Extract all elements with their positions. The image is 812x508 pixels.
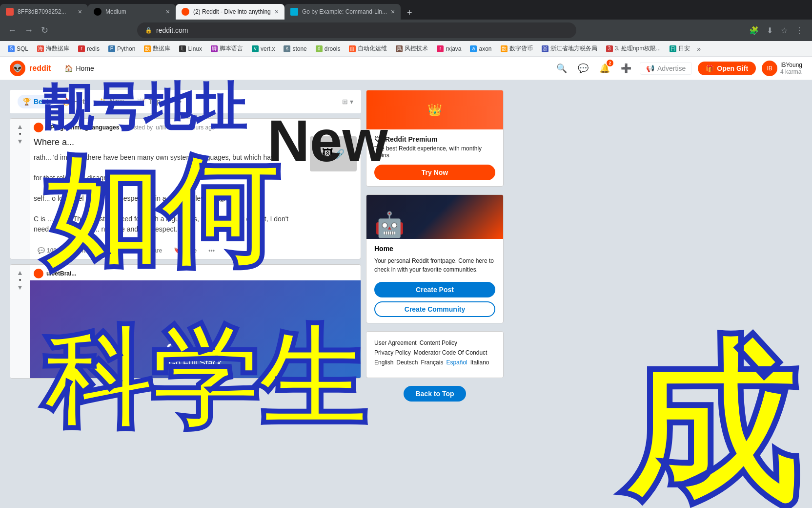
notification-button[interactable]: 🔔 2 — [597, 61, 612, 76]
bookmark-linux[interactable]: L Linux — [175, 44, 206, 53]
tab-close-3[interactable]: × — [275, 8, 279, 16]
sort-new[interactable]: ✨ New — [94, 95, 129, 108]
bookmark-jiaoben[interactable]: 脚 脚本语言 — [207, 43, 247, 54]
sort-hot[interactable]: 🔥 Hot — [57, 95, 89, 108]
view-toggle[interactable]: ⊞ ▾ — [342, 98, 353, 106]
more-button-1[interactable]: ••• — [204, 244, 219, 257]
bookmark-rian[interactable]: 日 日安 — [666, 43, 694, 54]
bookmark-icon-rian: 日 — [670, 45, 676, 52]
bookmark-icon-sql: S — [8, 45, 15, 52]
hot-icon: 🔥 — [62, 98, 70, 106]
sort-more[interactable]: ••• — [169, 95, 186, 108]
footer-link-content-policy[interactable]: Content Policy — [420, 339, 457, 346]
tab-favicon-3 — [182, 8, 189, 16]
bookmark-axon[interactable]: a axon — [466, 44, 495, 53]
tab-label-4: Go by Example: Command-Lin... — [302, 8, 387, 15]
footer-link-italiano[interactable]: Italiano — [470, 359, 489, 366]
bookmark-redis[interactable]: r redis — [74, 44, 103, 53]
bookmark-zhejiang[interactable]: 浙 浙江省地方税务局 — [538, 43, 601, 54]
award-button-1[interactable]: 🏅 Award — [96, 244, 131, 257]
downvote-button-1[interactable]: ▼ — [17, 137, 23, 145]
bookmark-icon-redis: r — [78, 45, 85, 52]
bookmark-sql[interactable]: S SQL — [4, 44, 32, 53]
create-community-button[interactable]: Create Community — [374, 301, 495, 317]
content-area: 🏆 Best 🔥 Hot ✨ New 📈 Top ••• — [0, 80, 812, 411]
chat-button[interactable]: 💬 — [575, 61, 591, 76]
tab-label-2: Medium — [105, 8, 162, 15]
share-button-1[interactable]: ↗ Share — [135, 244, 166, 257]
subreddit-name-1[interactable]: r/ProgrammingLanguages — [46, 124, 119, 131]
best-icon: 🏆 — [22, 98, 31, 106]
forward-button[interactable]: → — [22, 23, 35, 38]
download-icon[interactable]: ⬇ — [764, 24, 776, 37]
sort-top[interactable]: 📈 Top — [132, 95, 165, 108]
bookmark-npm[interactable]: 3 3. 处理npm权限... — [602, 43, 665, 54]
home-card: 🤖 Home Your personal Reddit frontpage. C… — [366, 194, 504, 323]
tab-1[interactable]: 8FF3dB7093252... × — [0, 4, 88, 20]
new-tab-button[interactable]: + — [403, 6, 416, 20]
footer-link-francais[interactable]: Français — [421, 359, 443, 366]
advertise-label: Advertise — [657, 64, 686, 72]
create-post-icon[interactable]: ➕ — [618, 61, 634, 76]
bookmark-vertx[interactable]: v vert.x — [248, 44, 279, 53]
footer-link-espanol[interactable]: Español — [446, 359, 467, 366]
footer-link-privacy-policy[interactable]: Privacy Policy — [374, 349, 411, 356]
try-now-button[interactable]: Try Now — [374, 165, 495, 180]
footer-card: User Agreement Content Policy Privacy Po… — [366, 331, 504, 378]
subreddit-icon-2 — [34, 269, 43, 278]
user-avatar[interactable]: IB IBYoung 4 karma — [762, 61, 802, 76]
tab-3[interactable]: (2) Reddit - Dive into anything × — [176, 4, 284, 20]
downvote-button-2[interactable]: ▼ — [17, 283, 23, 291]
footer-link-english[interactable]: English — [374, 359, 393, 366]
premium-title: 🛡 Reddit Premium — [374, 135, 495, 143]
home-nav[interactable]: 🏠 Home — [59, 63, 100, 74]
footer-link-user-agreement[interactable]: User Agreement — [374, 339, 417, 346]
tab-close-2[interactable]: × — [166, 8, 170, 16]
comments-button-1[interactable]: 💬 100 Comments — [34, 244, 92, 257]
bookmark-python[interactable]: P Python — [104, 44, 139, 53]
settings-icon[interactable]: ⋮ — [792, 24, 806, 37]
tab-4[interactable]: Go by Example: Command-Lin... × — [284, 4, 401, 20]
vote-count-1: • — [19, 130, 21, 137]
home-card-title: Home — [374, 245, 495, 253]
post-header-2: u/JetBrai... — [30, 265, 361, 280]
post-title-1[interactable]: Where a... — [34, 136, 304, 148]
back-button[interactable]: ← — [6, 23, 19, 38]
upvote-button-1[interactable]: ▲ — [17, 123, 23, 130]
advertise-button[interactable]: 📢 Advertise — [640, 62, 692, 75]
more-bookmarks[interactable]: » — [697, 45, 701, 53]
advertise-icon: 📢 — [646, 64, 654, 72]
post-author-1[interactable]: u/till-one — [156, 124, 178, 131]
address-input[interactable]: 🔒 reddit.com — [137, 22, 576, 38]
share-icon-1: ↗ — [139, 247, 144, 254]
footer-link-deutsch[interactable]: Deutsch — [396, 359, 418, 366]
notification-count: 2 — [607, 60, 613, 66]
tab-close-4[interactable]: × — [391, 8, 395, 16]
bookmark-stone[interactable]: s stone — [280, 44, 310, 53]
tab-close-1[interactable]: × — [78, 8, 82, 16]
bookmark-shujuku[interactable]: 数 数据库 — [140, 43, 174, 54]
bookmark-shuzi[interactable]: 数 数字货币 — [497, 43, 537, 54]
bookmark-fengkong[interactable]: 风 风控技术 — [392, 43, 432, 54]
open-gift-button[interactable]: 🎁 Open Gift — [698, 62, 756, 75]
post-author-2[interactable]: u/JetBrai... — [46, 270, 76, 277]
extensions-icon[interactable]: 🧩 — [746, 24, 762, 37]
premium-card: 👑 🛡 Reddit Premium The best Reddit exper… — [366, 90, 504, 187]
bookmark-rxjava[interactable]: r rxjava — [433, 44, 465, 53]
refresh-button[interactable]: ↻ — [39, 23, 50, 38]
search-button[interactable]: 🔍 — [554, 61, 569, 76]
reddit-logo[interactable]: 👽 reddit — [10, 61, 51, 76]
create-post-button[interactable]: Create Post — [374, 282, 495, 297]
upvote-button-2[interactable]: ▲ — [17, 269, 23, 276]
footer-link-moderator-code[interactable]: Moderator Code Of Conduct — [414, 349, 487, 356]
tab-favicon-1 — [6, 8, 14, 16]
bookmark-zidong[interactable]: 自 自动化运维 — [345, 43, 391, 54]
bookmark-icon[interactable]: ☆ — [778, 24, 791, 37]
tab-2[interactable]: Medium × — [88, 4, 176, 20]
sort-best[interactable]: 🏆 Best — [18, 95, 53, 108]
save-button-1[interactable]: 🔖 Save — [170, 244, 201, 257]
bookmark-haishu[interactable]: 海 海数据库 — [33, 43, 73, 54]
back-to-top-button[interactable]: Back to Top — [404, 386, 466, 402]
bookmark-icon-axon: a — [470, 45, 477, 52]
bookmark-drools[interactable]: d drools — [312, 44, 345, 53]
